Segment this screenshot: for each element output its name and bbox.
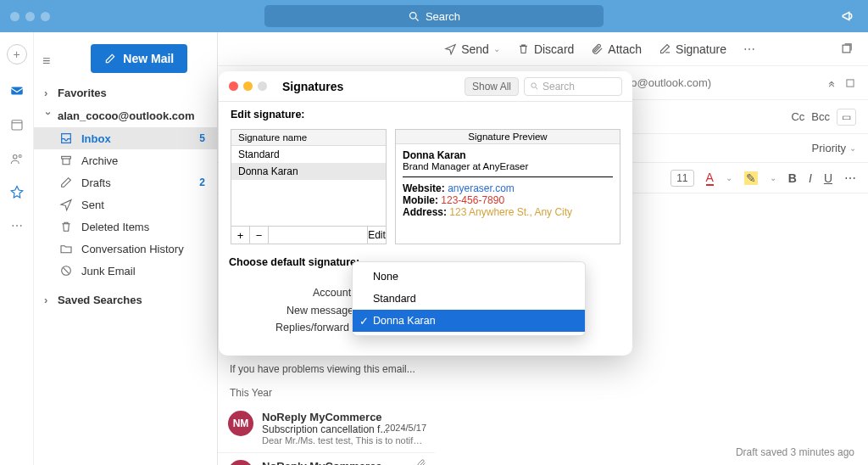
avatar: NM (228, 411, 253, 436)
avatar: NM (228, 460, 253, 465)
trash-icon (59, 220, 73, 233)
preview-title: Brand Manager at AnyEraser (403, 161, 613, 171)
preview-name: Donna Karan (403, 149, 613, 161)
message-item[interactable]: NM NoReply MyCommerce Subscription cance… (218, 404, 435, 453)
mail-icon[interactable] (9, 83, 25, 98)
archive-icon (59, 154, 73, 167)
dialog-min-dot[interactable] (243, 81, 253, 91)
bcc-label[interactable]: Bcc (811, 110, 830, 123)
signature-row[interactable]: Standard (231, 146, 386, 163)
nav-inbox[interactable]: Inbox 5 (34, 127, 217, 149)
msg-date: 2024/5/17 (385, 423, 426, 433)
priority-label[interactable]: Priority (812, 142, 846, 154)
svg-rect-11 (847, 79, 854, 86)
nav-conversation-history[interactable]: Conversation History (34, 238, 217, 260)
dialog-header: Signatures Show All Search (219, 71, 632, 102)
drafts-count: 2 (199, 176, 205, 188)
dialog-close-dot[interactable] (229, 81, 238, 91)
search-placeholder: Search (426, 10, 460, 23)
new-mail-button[interactable]: New Mail (91, 44, 187, 73)
signature-button[interactable]: Signature (659, 42, 726, 56)
popout-icon[interactable] (844, 77, 856, 89)
more-format-button[interactable]: ⋯ (844, 171, 856, 185)
to-email: oo@outlook.com) (625, 76, 711, 89)
problems-line: If you have problems viewing this email.… (218, 356, 435, 382)
nav-archive[interactable]: Archive (34, 149, 217, 171)
edit-icon (104, 53, 116, 64)
hamburger-icon[interactable]: ≡ (42, 53, 50, 69)
svg-rect-3 (12, 120, 22, 130)
dropdown-option[interactable]: Standard (353, 288, 585, 310)
signature-dropdown[interactable]: None Standard Donna Karan (352, 261, 586, 336)
junk-icon (59, 264, 73, 277)
close-dot[interactable] (10, 12, 19, 21)
calendar-icon[interactable] (9, 117, 25, 132)
year-header: This Year (218, 382, 435, 404)
more-button[interactable]: ⋯ (743, 42, 755, 56)
minimize-dot[interactable] (25, 12, 35, 21)
more-rail-icon[interactable]: ⋯ (11, 219, 23, 232)
svg-rect-7 (62, 156, 71, 159)
search-icon (408, 10, 420, 23)
nav-junk[interactable]: Junk Email (34, 260, 217, 282)
inbox-count: 5 (199, 132, 205, 144)
cc-label[interactable]: Cc (791, 110, 804, 123)
msg-preview: Dear Mr./Ms. test test, This is to notif… (262, 435, 425, 445)
show-all-button[interactable]: Show All (465, 77, 519, 96)
search-icon (530, 81, 539, 91)
svg-line-9 (64, 268, 70, 274)
signature-row[interactable]: Donna Karan (231, 163, 386, 180)
discard-button[interactable]: Discard (517, 42, 574, 56)
draft-status: Draft saved 3 minutes ago (736, 446, 854, 458)
msg-from: NoReply MyCommerce (262, 460, 425, 465)
fontcolor-button[interactable]: A (706, 171, 714, 186)
underline-button[interactable]: U (824, 171, 832, 185)
svg-rect-10 (843, 45, 850, 53)
svg-rect-2 (11, 87, 23, 95)
preview-header: Signature Preview (396, 130, 620, 144)
italic-button[interactable]: I (809, 171, 812, 185)
compose-round-button[interactable]: + (7, 44, 27, 64)
edit-signature-button[interactable]: Edit (367, 227, 386, 244)
people-icon[interactable] (9, 151, 25, 166)
nav-drafts[interactable]: Drafts 2 (34, 171, 217, 193)
megaphone-icon[interactable] (841, 8, 856, 24)
favorites-header[interactable]: ›Favorites (34, 81, 217, 104)
folder-nav: ≡ New Mail ›Favorites ›alan_cocoo@outloo… (34, 32, 217, 465)
dropdown-option[interactable]: None (353, 266, 585, 288)
choose-default-label: Choose default signature: (229, 256, 359, 268)
remove-signature-button[interactable]: − (250, 227, 269, 244)
global-search[interactable]: Search (264, 5, 604, 27)
nav-sent[interactable]: Sent (34, 193, 217, 216)
account-header[interactable]: ›alan_cocoo@outlook.com (34, 104, 217, 127)
dropdown-option-selected[interactable]: Donna Karan (353, 310, 585, 332)
new-messages-label: New messages (287, 305, 359, 317)
new-mail-label: New Mail (123, 52, 174, 65)
message-item[interactable]: NM NoReply MyCommerce Delivery informati… (218, 453, 435, 465)
highlight-button[interactable]: ✎ (744, 171, 758, 185)
window-titlebar: Search (0, 0, 868, 32)
attach-button[interactable]: Attach (591, 42, 642, 56)
bold-button[interactable]: B (788, 171, 797, 185)
addressbook-icon[interactable]: ▭ (837, 109, 856, 126)
zoom-dot[interactable] (41, 12, 50, 21)
signature-list-header: Signature name (231, 130, 386, 146)
chevrons-up-icon[interactable] (826, 77, 837, 89)
send-button[interactable]: Send⌄ (444, 42, 500, 56)
pin-icon[interactable] (9, 185, 25, 200)
trash-icon (517, 42, 530, 55)
nav-deleted[interactable]: Deleted Items (34, 216, 217, 238)
popout-icon[interactable] (840, 42, 853, 55)
add-signature-button[interactable]: + (231, 227, 250, 244)
left-rail: + ⋯ (0, 32, 34, 465)
sent-icon (59, 198, 73, 211)
dialog-zoom-dot[interactable] (258, 81, 267, 91)
preview-website: anyeraser.com (448, 182, 515, 194)
inbox-icon (59, 132, 73, 145)
dialog-search[interactable]: Search (524, 77, 622, 96)
dialog-title: Signatures (282, 80, 343, 93)
fontsize-select[interactable]: 11 (670, 170, 693, 187)
svg-line-13 (536, 87, 537, 89)
svg-point-6 (19, 155, 21, 158)
saved-searches-header[interactable]: ›Saved Searches (34, 289, 217, 311)
